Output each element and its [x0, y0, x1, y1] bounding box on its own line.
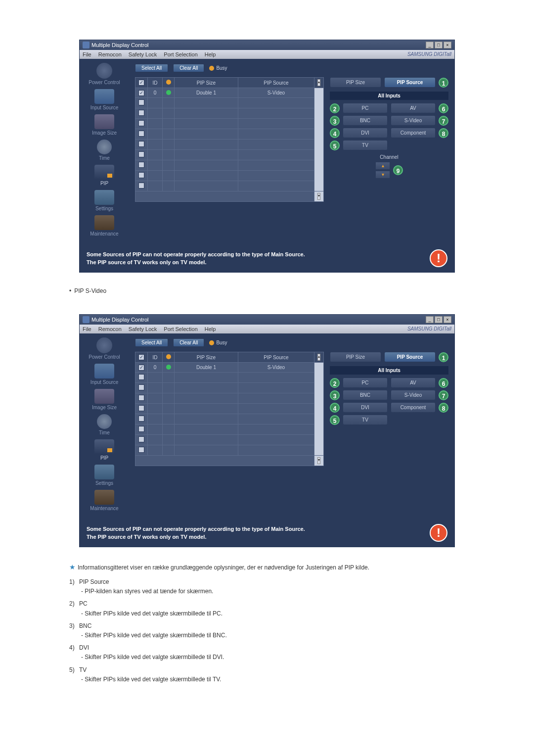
item-desc: - PIP-kilden kan styres ved at tænde for… [81, 587, 465, 596]
select-all-button[interactable]: Select All [135, 338, 168, 347]
sidebar-item-power-control[interactable]: Power Control [82, 337, 127, 360]
row-checkbox[interactable] [138, 395, 144, 401]
close-button[interactable]: × [444, 42, 451, 48]
table-row[interactable] [135, 414, 324, 425]
table-row[interactable] [135, 181, 324, 191]
row-checkbox[interactable] [138, 183, 144, 189]
input-component-button[interactable]: Component [391, 128, 436, 138]
sidebar-item-time[interactable]: Time [82, 414, 127, 435]
tab-pip-size[interactable]: PIP Size [330, 77, 381, 88]
menu-port-selection[interactable]: Port Selection [164, 326, 197, 332]
row-checkbox[interactable] [138, 416, 144, 422]
tab-pip-source[interactable]: PIP Source [384, 352, 436, 362]
input-av-button[interactable]: AV [391, 103, 436, 113]
row-checkbox[interactable] [138, 120, 144, 126]
menu-safety-lock[interactable]: Safety Lock [129, 51, 157, 57]
table-row[interactable] [135, 445, 324, 456]
table-row[interactable] [135, 140, 324, 150]
row-checkbox[interactable] [138, 151, 144, 157]
sidebar-item-maintenance[interactable]: Maintenance [82, 490, 127, 511]
input-tv-button[interactable]: TV [343, 140, 388, 150]
menu-file[interactable]: File [83, 326, 91, 332]
close-button[interactable]: × [444, 316, 451, 323]
sidebar-item-settings[interactable]: Settings [82, 465, 127, 486]
sidebar-item-pip[interactable]: PIP [82, 439, 127, 461]
input-component-button[interactable]: Component [391, 402, 436, 413]
menu-safety-lock[interactable]: Safety Lock [129, 326, 157, 332]
table-row[interactable] [135, 108, 324, 119]
header-checkbox[interactable] [138, 80, 144, 86]
scroll-down-button[interactable]: ▾ [317, 457, 320, 464]
sidebar-item-pip[interactable]: PIP [82, 165, 127, 186]
row-checkbox[interactable] [138, 131, 144, 137]
menu-port-selection[interactable]: Port Selection [164, 51, 197, 57]
pip-icon [94, 439, 114, 454]
table-row[interactable] [135, 435, 324, 445]
row-checkbox[interactable] [138, 436, 144, 442]
table-row[interactable] [135, 383, 324, 393]
row-checkbox[interactable] [138, 110, 144, 116]
clear-all-button[interactable]: Clear All [173, 64, 204, 72]
sidebar-item-power-control[interactable]: Power Control [82, 63, 127, 85]
input-bnc-button[interactable]: BNC [343, 115, 388, 126]
header-checkbox[interactable] [138, 354, 144, 360]
table-row[interactable] [135, 171, 324, 181]
select-all-button[interactable]: Select All [135, 64, 168, 72]
input-svideo-button[interactable]: S-Video [391, 115, 436, 126]
row-checkbox[interactable] [138, 374, 144, 380]
menu-help[interactable]: Help [205, 326, 216, 332]
row-checkbox[interactable] [138, 384, 144, 390]
input-svideo-button[interactable]: S-Video [391, 390, 436, 400]
input-dvi-button[interactable]: DVI [343, 402, 388, 413]
maximize-button[interactable]: □ [435, 316, 443, 323]
menu-file[interactable]: File [83, 51, 91, 57]
sidebar-item-settings[interactable]: Settings [82, 190, 127, 211]
row-checkbox[interactable] [138, 447, 144, 453]
maximize-button[interactable]: □ [435, 42, 443, 48]
table-row[interactable] [135, 129, 324, 140]
minimize-button[interactable]: _ [426, 42, 434, 48]
sidebar-item-image-size[interactable]: Image Size [82, 114, 127, 136]
table-row[interactable] [135, 119, 324, 129]
row-checkbox[interactable] [138, 365, 144, 371]
channel-down-button[interactable]: ▾ [375, 171, 390, 179]
input-pc-button[interactable]: PC [343, 378, 388, 388]
table-row[interactable] [135, 373, 324, 383]
table-row[interactable] [135, 150, 324, 160]
row-checkbox[interactable] [138, 172, 144, 178]
sidebar-item-input-source[interactable]: Input Source [82, 89, 127, 110]
menu-remocon[interactable]: Remocon [98, 326, 122, 332]
channel-up-button[interactable]: ▴ [375, 162, 390, 170]
input-dvi-button[interactable]: DVI [343, 128, 388, 138]
input-pc-button[interactable]: PC [343, 103, 388, 113]
row-checkbox[interactable] [138, 141, 144, 147]
menu-help[interactable]: Help [205, 51, 216, 57]
row-checkbox[interactable] [138, 405, 144, 411]
scroll-down-button[interactable]: ▾ [317, 193, 320, 200]
minimize-button[interactable]: _ [426, 316, 434, 323]
table-row[interactable]: 0 Double 1 S-Video [135, 88, 324, 98]
sidebar-item-image-size[interactable]: Image Size [82, 389, 127, 410]
table-row[interactable] [135, 404, 324, 414]
sidebar-item-maintenance[interactable]: Maintenance [82, 215, 127, 236]
sidebar-item-time[interactable]: Time [82, 140, 127, 161]
input-bnc-button[interactable]: BNC [343, 390, 388, 400]
menu-remocon[interactable]: Remocon [98, 51, 122, 57]
clear-all-button[interactable]: Clear All [173, 338, 204, 347]
row-checkbox[interactable] [138, 99, 144, 105]
table-row[interactable] [135, 160, 324, 171]
scroll-up-button[interactable]: ▴ [317, 79, 320, 86]
tab-pip-source[interactable]: PIP Source [384, 77, 436, 88]
sidebar-item-input-source[interactable]: Input Source [82, 364, 127, 385]
input-tv-button[interactable]: TV [343, 415, 388, 425]
table-row[interactable] [135, 393, 324, 404]
row-checkbox[interactable] [138, 162, 144, 168]
tab-pip-size[interactable]: PIP Size [330, 352, 381, 362]
table-row[interactable]: 0 Double 1 S-Video [135, 363, 324, 373]
table-row[interactable] [135, 98, 324, 108]
input-av-button[interactable]: AV [391, 378, 436, 388]
row-checkbox[interactable] [138, 426, 144, 432]
row-checkbox[interactable] [138, 90, 144, 96]
table-row[interactable] [135, 425, 324, 435]
scroll-up-button[interactable]: ▴ [317, 354, 320, 361]
